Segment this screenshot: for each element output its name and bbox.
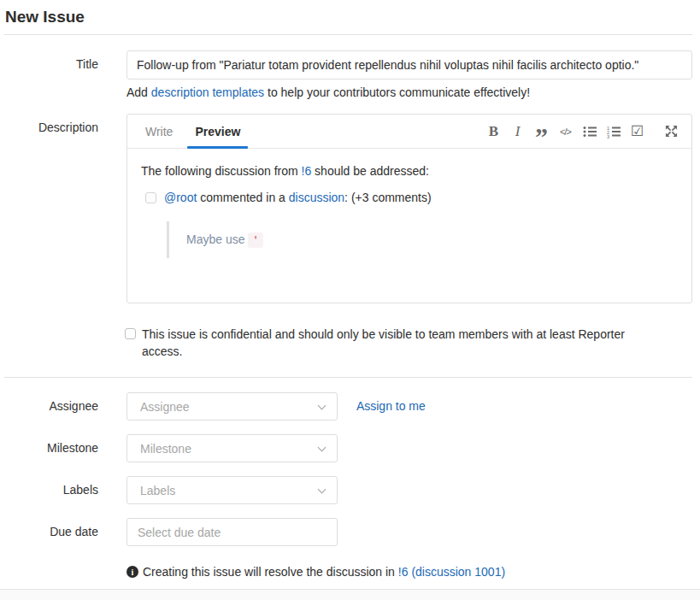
svg-text:3: 3 bbox=[607, 133, 609, 138]
resolve-discussion-link[interactable]: !6 (discussion 1001) bbox=[398, 565, 505, 579]
metadata-section: Assignee Assignee Assign to me Milestone… bbox=[4, 392, 692, 579]
fullscreen-icon[interactable] bbox=[662, 121, 681, 141]
labels-label: Labels bbox=[4, 476, 126, 497]
title-row: Title Add description templates to help … bbox=[4, 50, 692, 99]
quoted-comment: Maybe use ' bbox=[167, 221, 678, 258]
editor-header: Write Preview B I ” </> bbox=[127, 115, 691, 149]
assign-to-me-link[interactable]: Assign to me bbox=[356, 392, 426, 421]
preview-intro-line: The following discussion from !6 should … bbox=[141, 162, 678, 180]
inline-code: ' bbox=[248, 232, 262, 248]
markdown-editor: Write Preview B I ” </> bbox=[126, 114, 692, 303]
description-row: Description Write Preview B I ” </> bbox=[4, 114, 692, 303]
due-date-row: Due date bbox=[4, 518, 692, 546]
due-date-input[interactable] bbox=[126, 518, 338, 546]
help-suffix: to help your contributors communicate ef… bbox=[264, 85, 530, 99]
tab-write[interactable]: Write bbox=[138, 115, 180, 148]
new-issue-form: New Issue Title Add description template… bbox=[0, 0, 700, 579]
assignee-placeholder: Assignee bbox=[140, 400, 190, 414]
header-divider bbox=[4, 34, 692, 35]
code-icon[interactable]: </> bbox=[556, 121, 575, 141]
discussion-link[interactable]: discussion bbox=[289, 191, 344, 204]
task-middle-text: commented in a bbox=[197, 191, 288, 204]
title-input[interactable] bbox=[126, 50, 692, 79]
footer-bar bbox=[0, 589, 700, 600]
task-checkbox[interactable] bbox=[145, 192, 156, 203]
task-list-item: @root commented in a discussion: (+3 com… bbox=[145, 189, 678, 258]
milestone-row: Milestone Milestone bbox=[4, 434, 692, 462]
assignee-label: Assignee bbox=[4, 392, 126, 413]
task-suffix-text: : (+3 comments) bbox=[344, 191, 432, 204]
intro-prefix: The following discussion from bbox=[141, 164, 302, 178]
quote-icon[interactable]: ” bbox=[532, 121, 551, 141]
resolve-note-text: Creating this issue will resolve the dis… bbox=[143, 565, 505, 579]
chevron-down-icon bbox=[318, 402, 326, 410]
description-label: Description bbox=[4, 114, 126, 303]
resolve-prefix: Creating this issue will resolve the dis… bbox=[143, 565, 398, 579]
user-link[interactable]: @root bbox=[164, 191, 197, 204]
milestone-placeholder: Milestone bbox=[140, 442, 191, 456]
info-icon: i bbox=[126, 566, 138, 578]
intro-suffix: should be addressed: bbox=[311, 164, 429, 178]
chevron-down-icon bbox=[318, 444, 326, 452]
labels-row: Labels Labels bbox=[4, 476, 692, 504]
labels-placeholder: Labels bbox=[140, 484, 175, 497]
task-list: @root commented in a discussion: (+3 com… bbox=[145, 189, 678, 258]
bulleted-list-icon[interactable] bbox=[579, 121, 599, 141]
bold-icon[interactable]: B bbox=[484, 121, 503, 141]
confidential-option[interactable]: This issue is confidential and should on… bbox=[126, 326, 661, 360]
confidential-row: This issue is confidential and should on… bbox=[4, 326, 692, 360]
milestone-label: Milestone bbox=[4, 434, 126, 455]
tab-preview[interactable]: Preview bbox=[187, 115, 248, 148]
milestone-dropdown[interactable]: Milestone bbox=[126, 434, 338, 462]
markdown-toolbar: B I ” </> 1 2 bbox=[484, 115, 681, 148]
markdown-preview: The following discussion from !6 should … bbox=[127, 149, 691, 303]
quote-text: Maybe use bbox=[186, 232, 248, 246]
section-divider bbox=[4, 377, 692, 378]
assignee-row: Assignee Assignee Assign to me bbox=[4, 392, 692, 421]
merge-request-link[interactable]: !6 bbox=[302, 164, 312, 178]
page-title: New Issue bbox=[4, 0, 692, 27]
chevron-down-icon bbox=[318, 485, 326, 494]
confidential-text: This issue is confidential and should on… bbox=[142, 326, 661, 360]
resolve-note: i Creating this issue will resolve the d… bbox=[126, 565, 692, 579]
labels-dropdown[interactable]: Labels bbox=[126, 476, 338, 504]
description-templates-link[interactable]: description templates bbox=[151, 85, 264, 99]
confidential-checkbox[interactable] bbox=[125, 328, 136, 339]
assignee-dropdown[interactable]: Assignee bbox=[126, 392, 338, 421]
due-date-label: Due date bbox=[4, 518, 126, 538]
title-label: Title bbox=[4, 50, 126, 99]
task-list-icon[interactable]: ☑ bbox=[627, 121, 647, 141]
resolve-note-row: i Creating this issue will resolve the d… bbox=[4, 565, 692, 579]
help-prefix: Add bbox=[126, 85, 151, 99]
italic-icon[interactable]: I bbox=[508, 121, 527, 141]
numbered-list-icon[interactable]: 1 2 3 bbox=[603, 121, 623, 141]
title-help-text: Add description templates to help your c… bbox=[126, 85, 692, 99]
